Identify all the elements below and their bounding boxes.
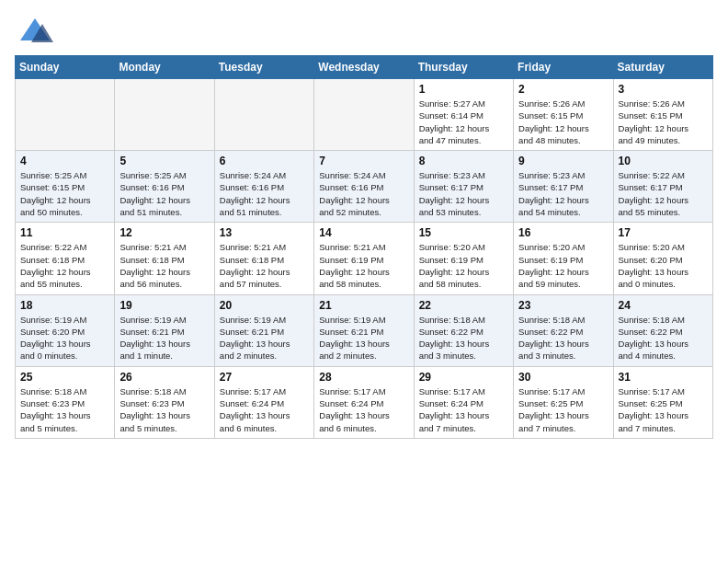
page-header	[15, 15, 713, 48]
day-info: Sunrise: 5:17 AM Sunset: 6:24 PM Dayligh…	[419, 385, 508, 434]
day-info: Sunrise: 5:18 AM Sunset: 6:23 PM Dayligh…	[119, 385, 209, 434]
day-number: 15	[419, 226, 508, 239]
day-number: 26	[119, 371, 209, 384]
day-header-thursday: Thursday	[414, 56, 513, 79]
day-info: Sunrise: 5:19 AM Sunset: 6:21 PM Dayligh…	[220, 314, 309, 362]
day-info: Sunrise: 5:17 AM Sunset: 6:25 PM Dayligh…	[518, 385, 608, 434]
day-number: 14	[319, 226, 408, 239]
day-number: 30	[518, 371, 608, 384]
calendar-week-4: 18Sunrise: 5:19 AM Sunset: 6:20 PM Dayli…	[16, 294, 713, 366]
day-info: Sunrise: 5:18 AM Sunset: 6:22 PM Dayligh…	[419, 314, 508, 362]
day-info: Sunrise: 5:22 AM Sunset: 6:17 PM Dayligh…	[619, 169, 708, 218]
day-number: 21	[319, 299, 408, 312]
calendar-cell: 26Sunrise: 5:18 AM Sunset: 6:23 PM Dayli…	[115, 366, 214, 438]
calendar-cell: 18Sunrise: 5:19 AM Sunset: 6:20 PM Dayli…	[16, 294, 115, 366]
calendar-cell: 1Sunrise: 5:27 AM Sunset: 6:14 PM Daylig…	[414, 79, 513, 151]
day-info: Sunrise: 5:21 AM Sunset: 6:18 PM Dayligh…	[220, 241, 309, 290]
calendar-cell: 11Sunrise: 5:22 AM Sunset: 6:18 PM Dayli…	[16, 223, 115, 294]
day-info: Sunrise: 5:19 AM Sunset: 6:20 PM Dayligh…	[20, 314, 109, 362]
calendar-cell: 14Sunrise: 5:21 AM Sunset: 6:19 PM Dayli…	[314, 223, 414, 294]
calendar-cell: 19Sunrise: 5:19 AM Sunset: 6:21 PM Dayli…	[115, 294, 214, 366]
day-info: Sunrise: 5:23 AM Sunset: 6:17 PM Dayligh…	[419, 169, 508, 218]
day-info: Sunrise: 5:19 AM Sunset: 6:21 PM Dayligh…	[119, 314, 209, 362]
day-header-monday: Monday	[115, 56, 214, 79]
calendar-week-1: 1Sunrise: 5:27 AM Sunset: 6:14 PM Daylig…	[16, 79, 713, 151]
day-info: Sunrise: 5:26 AM Sunset: 6:15 PM Dayligh…	[518, 98, 608, 146]
calendar-cell: 27Sunrise: 5:17 AM Sunset: 6:24 PM Dayli…	[214, 366, 313, 438]
calendar-cell: 9Sunrise: 5:23 AM Sunset: 6:17 PM Daylig…	[514, 151, 613, 223]
calendar-cell: 31Sunrise: 5:17 AM Sunset: 6:25 PM Dayli…	[613, 366, 712, 438]
calendar-cell: 21Sunrise: 5:19 AM Sunset: 6:21 PM Dayli…	[314, 294, 414, 366]
calendar-cell: 28Sunrise: 5:17 AM Sunset: 6:24 PM Dayli…	[314, 366, 414, 438]
calendar-cell: 10Sunrise: 5:22 AM Sunset: 6:17 PM Dayli…	[613, 151, 712, 223]
calendar-week-3: 11Sunrise: 5:22 AM Sunset: 6:18 PM Dayli…	[16, 223, 713, 294]
day-info: Sunrise: 5:17 AM Sunset: 6:25 PM Dayligh…	[619, 385, 708, 434]
calendar-cell: 23Sunrise: 5:18 AM Sunset: 6:22 PM Dayli…	[514, 294, 613, 366]
day-number: 22	[419, 299, 508, 312]
day-number: 31	[619, 371, 708, 384]
day-number: 28	[319, 371, 408, 384]
day-number: 18	[20, 299, 109, 312]
day-number: 9	[518, 155, 608, 167]
calendar-cell: 4Sunrise: 5:25 AM Sunset: 6:15 PM Daylig…	[16, 151, 115, 223]
calendar-cell: 24Sunrise: 5:18 AM Sunset: 6:22 PM Dayli…	[613, 294, 712, 366]
day-number: 5	[119, 155, 209, 167]
day-number: 2	[518, 83, 608, 96]
day-number: 25	[20, 371, 109, 384]
calendar-header-row: SundayMondayTuesdayWednesdayThursdayFrid…	[16, 56, 713, 79]
day-number: 3	[619, 83, 708, 96]
calendar-cell: 12Sunrise: 5:21 AM Sunset: 6:18 PM Dayli…	[115, 223, 214, 294]
calendar-cell: 20Sunrise: 5:19 AM Sunset: 6:21 PM Dayli…	[214, 294, 313, 366]
day-header-saturday: Saturday	[613, 56, 712, 79]
day-header-wednesday: Wednesday	[314, 56, 414, 79]
calendar-cell: 16Sunrise: 5:20 AM Sunset: 6:19 PM Dayli…	[514, 223, 613, 294]
calendar-table: SundayMondayTuesdayWednesdayThursdayFrid…	[15, 55, 713, 439]
day-info: Sunrise: 5:26 AM Sunset: 6:15 PM Dayligh…	[619, 98, 708, 146]
calendar-cell: 15Sunrise: 5:20 AM Sunset: 6:19 PM Dayli…	[414, 223, 513, 294]
day-number: 12	[119, 226, 209, 239]
day-number: 4	[20, 155, 109, 167]
calendar-cell: 22Sunrise: 5:18 AM Sunset: 6:22 PM Dayli…	[414, 294, 513, 366]
day-info: Sunrise: 5:21 AM Sunset: 6:18 PM Dayligh…	[119, 241, 209, 290]
day-header-sunday: Sunday	[16, 56, 115, 79]
day-info: Sunrise: 5:25 AM Sunset: 6:15 PM Dayligh…	[20, 169, 109, 218]
day-info: Sunrise: 5:21 AM Sunset: 6:19 PM Dayligh…	[319, 241, 408, 290]
calendar-cell	[115, 79, 214, 151]
day-number: 13	[220, 226, 309, 239]
day-number: 29	[419, 371, 508, 384]
day-info: Sunrise: 5:19 AM Sunset: 6:21 PM Dayligh…	[319, 314, 408, 362]
day-number: 27	[220, 371, 309, 384]
day-info: Sunrise: 5:20 AM Sunset: 6:19 PM Dayligh…	[518, 241, 608, 290]
day-info: Sunrise: 5:18 AM Sunset: 6:23 PM Dayligh…	[20, 385, 109, 434]
day-number: 17	[619, 226, 708, 239]
day-info: Sunrise: 5:20 AM Sunset: 6:19 PM Dayligh…	[419, 241, 508, 290]
day-info: Sunrise: 5:24 AM Sunset: 6:16 PM Dayligh…	[220, 169, 309, 218]
calendar-cell: 5Sunrise: 5:25 AM Sunset: 6:16 PM Daylig…	[115, 151, 214, 223]
calendar-cell: 8Sunrise: 5:23 AM Sunset: 6:17 PM Daylig…	[414, 151, 513, 223]
day-info: Sunrise: 5:22 AM Sunset: 6:18 PM Dayligh…	[20, 241, 109, 290]
calendar-cell: 3Sunrise: 5:26 AM Sunset: 6:15 PM Daylig…	[613, 79, 712, 151]
day-number: 1	[419, 83, 508, 96]
day-number: 6	[220, 155, 309, 167]
day-info: Sunrise: 5:17 AM Sunset: 6:24 PM Dayligh…	[220, 385, 309, 434]
day-number: 11	[20, 226, 109, 239]
calendar-cell: 13Sunrise: 5:21 AM Sunset: 6:18 PM Dayli…	[214, 223, 313, 294]
day-number: 19	[119, 299, 209, 312]
day-info: Sunrise: 5:24 AM Sunset: 6:16 PM Dayligh…	[319, 169, 408, 218]
calendar-cell: 30Sunrise: 5:17 AM Sunset: 6:25 PM Dayli…	[514, 366, 613, 438]
calendar-cell: 2Sunrise: 5:26 AM Sunset: 6:15 PM Daylig…	[514, 79, 613, 151]
day-info: Sunrise: 5:17 AM Sunset: 6:24 PM Dayligh…	[319, 385, 408, 434]
logo	[15, 15, 61, 48]
calendar-week-5: 25Sunrise: 5:18 AM Sunset: 6:23 PM Dayli…	[16, 366, 713, 438]
calendar-cell	[314, 79, 414, 151]
calendar-cell	[16, 79, 115, 151]
day-header-friday: Friday	[514, 56, 613, 79]
calendar-cell: 25Sunrise: 5:18 AM Sunset: 6:23 PM Dayli…	[16, 366, 115, 438]
logo-icon	[15, 15, 55, 48]
calendar-cell: 17Sunrise: 5:20 AM Sunset: 6:20 PM Dayli…	[613, 223, 712, 294]
day-number: 16	[518, 226, 608, 239]
day-number: 23	[518, 299, 608, 312]
day-number: 24	[619, 299, 708, 312]
calendar-cell	[214, 79, 313, 151]
day-number: 8	[419, 155, 508, 167]
